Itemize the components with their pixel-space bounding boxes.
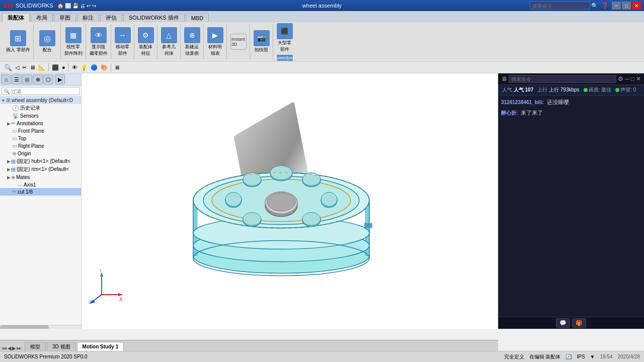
view-monitor-btn[interactable]: 🖥 — [113, 64, 121, 70]
ft-add-btn[interactable]: ⊕ — [33, 74, 43, 84]
tree-item-rim[interactable]: ▶ ⊞ (固定) rim<1> (Default< — [0, 165, 81, 173]
tree-item-top[interactable]: ▭ Top — [0, 135, 81, 142]
asm-layout-button[interactable]: ⊕ 新建运动算例 — [183, 26, 201, 58]
view-zoom-btn[interactable]: 🔍 — [3, 64, 13, 71]
view-scene-btn[interactable]: 🔵 — [90, 64, 99, 71]
view-section-btn[interactable]: 📐 — [37, 64, 46, 71]
tb-icon-5[interactable]: ↩ — [87, 3, 91, 9]
panel-fullscreen-icon[interactable]: □ — [631, 75, 634, 82]
tb-icon-4[interactable]: 🖨 — [80, 3, 85, 9]
linear-array-button[interactable]: ▦ 线性零部件阵列 — [63, 26, 84, 58]
view-display-btn[interactable]: ⬛ — [51, 64, 60, 71]
tab-mbd[interactable]: MBD — [186, 13, 209, 22]
tb-icon-6[interactable]: ↪ — [92, 3, 96, 9]
tree-item-hub[interactable]: ▶ ⊞ (固定) hub<1> (Default< — [0, 157, 81, 165]
bottom-tab-model[interactable]: 模型 — [25, 342, 46, 351]
svg-point-17 — [243, 213, 261, 226]
sw-logo: SW — [3, 2, 14, 10]
view-shaded-btn[interactable]: ● — [61, 64, 66, 70]
tree-item-mates[interactable]: ▶ ◈ Mates — [0, 173, 81, 181]
date-display: 2020/4/28 — [618, 354, 640, 359]
time-display: 19:54 — [600, 354, 612, 359]
editing-status: 在编辑 装配体 — [529, 353, 561, 360]
main-viewport[interactable]: Y X Z — [82, 73, 498, 329]
tree-filter-input[interactable] — [2, 87, 79, 95]
title-search-input[interactable] — [530, 2, 590, 10]
units-arrow[interactable]: ▼ — [590, 354, 595, 359]
bottom-tab-motion[interactable]: Motion Study 1 — [77, 342, 124, 351]
tree-item-annotations[interactable]: ▶ ✏ Annotations — [0, 120, 81, 127]
status-bar: SOLIDWORKS Premium 2020 SP0.0 完全定义 在编辑 装… — [0, 351, 644, 362]
ft-home-btn[interactable]: ⌂ — [1, 74, 11, 84]
ft-play-btn[interactable]: ▶ — [55, 74, 65, 84]
snapshot-button[interactable]: 📷 拍快照 — [253, 29, 271, 54]
tree-item-history[interactable]: 🕐 历史记录 — [0, 104, 81, 112]
view-hide-show-btn[interactable]: 👁 — [71, 64, 78, 70]
tree-item-cut[interactable]: ✂ cut 1/8 — [0, 188, 81, 196]
view-lighting-btn[interactable]: 💡 — [79, 64, 89, 71]
minimize-button[interactable]: ─ — [612, 2, 621, 10]
tab-assemble[interactable]: 装配体 — [2, 13, 30, 22]
help-icon[interactable]: ❓ — [601, 2, 609, 9]
right-streaming-panel: 🖥 ⚙ ─ □ ✕ 人气 人气 107 上行 上行 793kbps — [498, 73, 644, 329]
rebuild-icon[interactable]: 🔄 — [566, 354, 572, 359]
tab-nav-first[interactable]: ⏮ — [2, 345, 7, 351]
mate-button[interactable]: ◎ 配合 — [36, 29, 58, 54]
view-appearance-btn[interactable]: 🎨 — [100, 64, 109, 71]
chat-text-2: 来了来了 — [521, 110, 543, 116]
tab-annotation[interactable]: 标注 — [77, 13, 99, 22]
tab-sketch[interactable]: 草图 — [54, 13, 76, 22]
tab-nav-last[interactable]: ⏭ — [17, 345, 22, 351]
close-button[interactable]: ✕ — [632, 2, 641, 10]
tb-icon-3[interactable]: 💾 — [72, 3, 78, 9]
tree-item-root[interactable]: ▼ ⊞ wheel assembly (Default<D — [0, 97, 81, 104]
maximize-button[interactable]: □ — [622, 2, 631, 10]
panel-minimize-icon[interactable]: ─ — [625, 75, 629, 82]
panel-settings-icon[interactable]: ⚙ — [618, 75, 623, 82]
tab-nav-next[interactable]: ▶ — [12, 345, 16, 351]
chat-user-1: 31261238461_bili: — [501, 100, 544, 105]
tab-nav-prev[interactable]: ◀ — [8, 345, 12, 351]
tree-item-axis1[interactable]: — Axis1 — [0, 181, 81, 188]
tab-evaluate[interactable]: 评估 — [100, 13, 122, 22]
move-part-button[interactable]: ↔ 移动零部件 — [114, 26, 132, 58]
panel-search-input[interactable] — [509, 75, 616, 83]
ribbon-group-linear: ▦ 线性零部件阵列 — [61, 24, 86, 59]
asm-feature-button[interactable]: ⚙ 装配体特征 — [137, 26, 155, 58]
show-hide-button[interactable]: 👁 显示隐藏零部件 — [89, 26, 109, 58]
tree-item-front-plane[interactable]: ▭ Front Plane — [0, 127, 81, 135]
instant3d-button[interactable]: Instant3D — [229, 33, 248, 51]
bottom-tab-3dview[interactable]: 3D 视图 — [47, 342, 76, 351]
ft-target-btn[interactable]: ◎ — [22, 74, 32, 84]
panel-icon: 🖥 — [501, 75, 507, 82]
window-title: wheel assembly — [302, 3, 342, 9]
view-prev-btn[interactable]: ◁ — [14, 64, 20, 71]
ribbon-group-asm-layout: ⊕ 新建运动算例 — [181, 24, 204, 59]
large-components-button[interactable]: ⬛ 大型零部件 — [276, 22, 294, 54]
ref-button[interactable]: △ 参考几何体 — [160, 26, 178, 58]
speedpak-button[interactable]: Speedpak — [276, 54, 294, 62]
tree-item-sensors[interactable]: 📡 Sensors — [0, 112, 81, 120]
panel-close-icon[interactable]: ✕ — [636, 75, 641, 82]
chat-user-2: 醉心折: — [501, 110, 518, 116]
coordinate-axes: Y X Z — [89, 269, 124, 306]
chat-messages: 31261238461_bili: 还没睡嘤 醉心折: 来了来了 — [498, 96, 644, 317]
ft-list-btn[interactable]: ☰ — [12, 74, 22, 84]
tree-item-right-plane[interactable]: ▭ Right Plane — [0, 142, 81, 150]
tb-icon-1[interactable]: 🏠 — [57, 3, 63, 9]
insert-part-button[interactable]: ⊞ 插入 零部件 — [5, 29, 31, 54]
tab-layout[interactable]: 布局 — [31, 13, 53, 22]
gift-btn[interactable]: 🎁 — [572, 318, 586, 328]
ft-shape-btn[interactable]: ⬡ — [43, 74, 53, 84]
view-cut-btn[interactable]: ✂ — [21, 64, 28, 71]
view-3d-btn[interactable]: 🖥 — [29, 64, 36, 70]
motion-button[interactable]: ▶ 材料明细表 — [206, 26, 224, 58]
chat-btn[interactable]: 💬 — [556, 318, 570, 328]
tab-plugins[interactable]: SOLIDWORKS 插件 — [123, 13, 185, 22]
sidebar-horizontal-scroll[interactable] — [0, 325, 81, 329]
tree-item-origin[interactable]: ⊕ Origin — [0, 150, 81, 157]
svg-point-21 — [243, 173, 261, 186]
search-icon[interactable]: 🔍 — [591, 3, 598, 9]
svg-point-15 — [302, 213, 320, 226]
tb-icon-2[interactable]: ⬜ — [65, 3, 71, 9]
